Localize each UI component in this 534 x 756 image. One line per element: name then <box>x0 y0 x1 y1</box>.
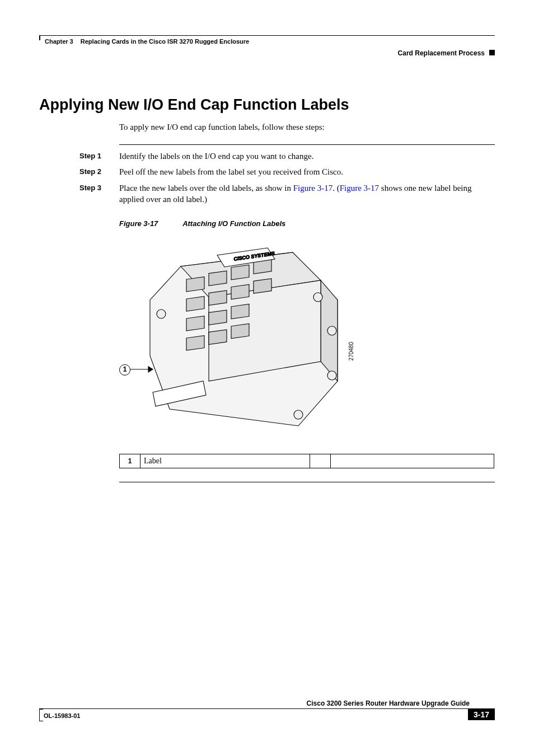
svg-point-16 <box>327 371 336 380</box>
svg-rect-12 <box>209 330 227 344</box>
step-row: Step 2 Peel off the new labels from the … <box>79 166 495 177</box>
step-text: Identify the labels on the I/O end cap y… <box>119 151 495 162</box>
step-label: Step 1 <box>79 151 119 162</box>
svg-rect-5 <box>209 290 227 305</box>
figure-link[interactable]: Figure 3-17 <box>293 184 332 192</box>
footer-ol-number: OL-15983-01 <box>44 712 80 719</box>
section-heading: Applying New I/O End Cap Function Labels <box>39 96 495 114</box>
header-tick <box>39 36 40 40</box>
step3-prefix: Place the new labels over the old labels… <box>119 184 293 192</box>
header-marker-icon <box>489 50 495 55</box>
step-text: Place the new labels over the old labels… <box>119 182 495 205</box>
step-label: Step 2 <box>79 166 119 177</box>
running-header-left: Chapter 3 Replacing Cards in the Cisco I… <box>45 38 249 45</box>
svg-rect-2 <box>231 265 249 279</box>
steps-top-rule <box>119 144 495 145</box>
footer-doc-title: Cisco 3200 Series Router Hardware Upgrad… <box>307 699 470 707</box>
svg-rect-10 <box>231 304 249 318</box>
running-header-right: Card Replacement Process <box>398 49 485 57</box>
step-row: Step 3 Place the new labels over the old… <box>79 182 495 205</box>
svg-rect-0 <box>186 277 204 292</box>
svg-point-14 <box>313 293 322 302</box>
figure-title: Attaching I/O Function Labels <box>182 219 285 228</box>
figure-number: Figure 3-17 <box>119 219 181 228</box>
svg-point-18 <box>157 309 166 318</box>
figure-caption: Figure 3-17 Attaching I/O Function Label… <box>119 219 495 228</box>
intro-text: To apply new I/O end cap function labels… <box>119 123 495 132</box>
chapter-label: Chapter 3 <box>45 38 73 45</box>
svg-rect-8 <box>186 316 204 331</box>
step-label: Step 3 <box>79 182 119 205</box>
figure-image: 1 <box>119 236 354 437</box>
footer-ol-bracket-icon <box>39 709 43 721</box>
svg-rect-13 <box>231 323 249 338</box>
steps-bottom-rule <box>119 482 495 482</box>
svg-point-17 <box>294 410 303 419</box>
legend-desc: Label <box>140 454 310 468</box>
legend-desc-empty <box>331 454 494 468</box>
device-illustration: CISCO SYSTEMS <box>119 236 354 437</box>
svg-rect-4 <box>186 297 204 311</box>
callout-legend-table: 1 Label <box>119 454 494 468</box>
page-number: 3-17 <box>468 709 495 720</box>
footer-rule: OL-15983-01 3-17 <box>39 708 495 722</box>
figure-link[interactable]: Figure 3-17 <box>340 184 379 192</box>
svg-point-15 <box>327 326 336 335</box>
step-text: Peel off the new labels from the label s… <box>119 166 495 177</box>
svg-rect-9 <box>209 310 227 325</box>
page-footer: Cisco 3200 Series Router Hardware Upgrad… <box>39 708 495 722</box>
step-row: Step 1 Identify the labels on the I/O en… <box>79 151 495 162</box>
step3-mid: . ( <box>332 184 340 192</box>
header-rule: Chapter 3 Replacing Cards in the Cisco I… <box>39 35 495 51</box>
svg-rect-11 <box>186 336 204 350</box>
table-row: 1 Label <box>120 454 494 468</box>
figure-drawing-id: 270480 <box>348 342 354 360</box>
legend-num-empty <box>310 454 331 468</box>
svg-rect-7 <box>254 279 271 293</box>
legend-num: 1 <box>120 454 140 468</box>
svg-rect-6 <box>231 284 249 299</box>
svg-rect-1 <box>209 271 227 285</box>
chapter-title: Replacing Cards in the Cisco ISR 3270 Ru… <box>81 38 249 45</box>
